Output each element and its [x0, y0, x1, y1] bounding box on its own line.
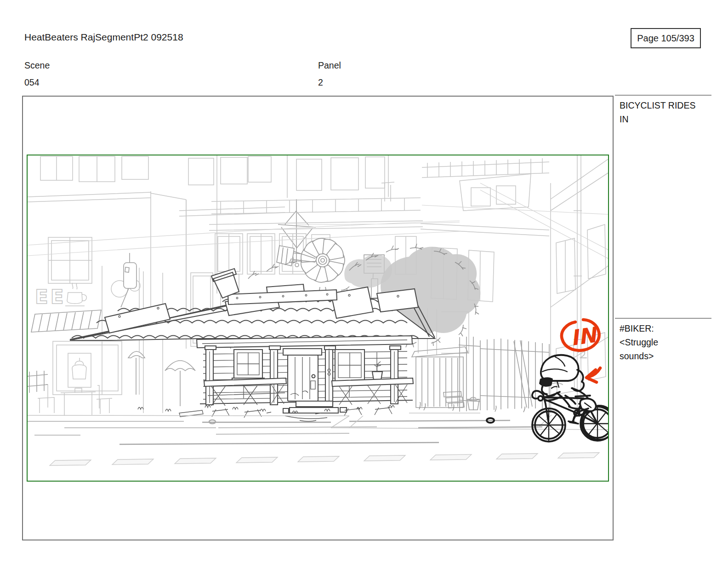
- dialog-note: #BIKER: <Struggle sounds>: [615, 318, 711, 363]
- scene-drawing: .lg{stroke:#c6c6c6;fill:none;stroke-widt…: [28, 155, 608, 481]
- document-title: HeatBeaters RajSegmentPt2 092518: [24, 31, 183, 43]
- scene-value: 054: [24, 77, 40, 88]
- shack: [70, 269, 435, 421]
- storyboard-page: HeatBeaters RajSegmentPt2 092518 Page 10…: [0, 0, 728, 563]
- page-number-box: Page 105/393: [631, 28, 701, 48]
- bicyclist-sketch: [532, 355, 608, 442]
- sunglasses: [539, 377, 553, 387]
- page-number-label: Page 105/393: [637, 33, 694, 44]
- road: [28, 415, 608, 465]
- panel-frame: .lg{stroke:#c6c6c6;fill:none;stroke-widt…: [22, 96, 614, 540]
- cafe-sign-text: EE: [35, 286, 66, 308]
- scene-label: Scene: [24, 60, 50, 71]
- panel-label: Panel: [318, 60, 341, 71]
- action-note: BICYCLIST RIDES IN: [615, 95, 711, 126]
- dialog-line: <Struggle sounds>: [620, 335, 674, 363]
- arrow-annotation: [586, 368, 600, 382]
- panel-value: 2: [318, 77, 323, 88]
- action-note-text: BICYCLIST RIDES IN: [620, 98, 699, 126]
- panel-image-frame: .lg{stroke:#c6c6c6;fill:none;stroke-widt…: [27, 155, 609, 482]
- dialog-speaker: #BIKER:: [620, 322, 674, 335]
